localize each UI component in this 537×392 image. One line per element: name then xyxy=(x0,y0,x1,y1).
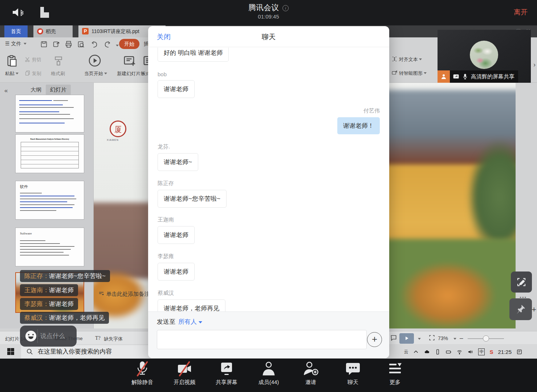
fit-screen-icon[interactable] xyxy=(428,334,435,342)
video-tile-bar: 高清辉的屏幕共享 xyxy=(438,70,518,83)
missing-font-icon: T? xyxy=(95,335,101,341)
mic-mini-icon xyxy=(462,73,468,80)
play-from-page-icon[interactable] xyxy=(88,54,102,68)
tab-home[interactable]: 首页 xyxy=(4,25,28,37)
tab-docer[interactable]: 稻壳 xyxy=(33,25,73,37)
print-icon[interactable] xyxy=(65,40,73,48)
copy-button[interactable]: 复制 xyxy=(25,70,41,77)
windows-start-button[interactable] xyxy=(7,348,14,355)
ime-icon[interactable]: 中 xyxy=(478,348,485,355)
university-seal: 厦 xyxy=(110,121,126,137)
format-painter-button[interactable]: 格式刷 xyxy=(51,70,65,77)
meeting-top-bar: 腾讯会议i 01:09:45 离开 xyxy=(0,0,537,25)
leave-meeting-button[interactable]: 离开 xyxy=(514,8,528,17)
tab-slides[interactable]: 幻灯片 xyxy=(46,85,71,95)
annotation-pencil-button[interactable] xyxy=(511,271,532,293)
chat-title: 聊天 xyxy=(148,32,389,42)
cloud-cn-icon[interactable]: 云 xyxy=(404,349,408,355)
share-screen-button[interactable]: 共享屏幕 xyxy=(208,361,245,386)
send-to-row: 发送至所有人 xyxy=(157,318,202,326)
chat-message: 谢谢老师，老师再见 xyxy=(158,299,380,311)
chat-header: 关闭 聊天 xyxy=(148,26,389,47)
slideshow-caret[interactable] xyxy=(418,338,421,340)
new-slide-button[interactable]: 新建幻灯片 xyxy=(117,70,145,77)
say-something-bubble[interactable]: 说点什么 xyxy=(20,326,77,347)
redo-icon[interactable] xyxy=(104,40,112,48)
chat-message-self: 谢谢老师！ xyxy=(158,117,380,134)
chat-message-list[interactable]: 好的 明白啦 谢谢老师 bob 谢谢老师 付艺伟 谢谢老师！ 龙芬. 谢谢老师~… xyxy=(148,48,389,311)
zoom-level[interactable]: 73% xyxy=(438,335,448,341)
camera-off-icon xyxy=(176,361,193,377)
undo-icon[interactable] xyxy=(90,40,98,48)
collapse-panel-icon[interactable]: « xyxy=(4,87,8,94)
more-icon xyxy=(387,361,403,377)
align-text-button[interactable]: 对齐文本 xyxy=(391,56,422,63)
taskbar-search-placeholder: 在这里输入你要搜索的内容 xyxy=(38,348,112,355)
send-to-selector[interactable]: 所有人 xyxy=(178,318,197,325)
chevron-down-icon xyxy=(24,43,27,45)
chat-sender: 付艺伟 xyxy=(158,107,380,114)
ribbon-tab-start[interactable]: 开始 xyxy=(119,39,139,49)
video-strip-arrow-icon[interactable]: › xyxy=(533,61,536,69)
zoom-in-button[interactable]: + xyxy=(532,305,536,314)
paste-button[interactable]: 粘贴 xyxy=(5,70,19,77)
slide-thumbnail-144[interactable]: Rasch Measurement Analysis Software Dire… xyxy=(15,134,84,173)
preview-icon[interactable] xyxy=(77,40,85,48)
emoji-icon[interactable] xyxy=(25,331,36,342)
slideshow-button[interactable] xyxy=(399,333,414,344)
paste-icon[interactable] xyxy=(6,54,18,68)
photo-flowers-right xyxy=(373,239,516,328)
tray-clock[interactable]: 21:25 xyxy=(498,349,512,355)
tray-expand-icon[interactable] xyxy=(413,349,419,355)
export-icon[interactable] xyxy=(52,40,60,48)
cut-button[interactable]: 剪切 xyxy=(25,57,41,63)
members-button[interactable]: 成员(44) xyxy=(250,361,288,386)
slide-thumbnail-146[interactable]: Software xyxy=(15,228,84,266)
phone-icon[interactable] xyxy=(435,349,441,355)
format-painter-icon[interactable] xyxy=(53,54,64,68)
attach-plus-button[interactable]: + xyxy=(367,332,382,347)
file-menu[interactable]: ☰ 文件 xyxy=(5,41,27,47)
meeting-bottom-bar: 解除静音 开启视频 共享屏幕 成员(44) xyxy=(0,359,537,392)
speaker-icon[interactable] xyxy=(467,349,473,355)
sogou-icon[interactable]: S xyxy=(489,349,493,355)
chat-input[interactable] xyxy=(157,330,367,349)
slide-thumbnail-143[interactable] xyxy=(15,95,84,132)
danmaku-message: 蔡威汉：谢谢老师，老师再见 xyxy=(20,312,109,324)
wifi-icon[interactable] xyxy=(456,349,463,355)
zoom-caret[interactable] xyxy=(453,338,456,340)
pin-toolbar-button[interactable] xyxy=(509,298,532,320)
to-smartart-button[interactable]: 转智能图形 xyxy=(391,70,427,77)
say-something-placeholder: 说点什么 xyxy=(40,332,65,340)
share-label: 高清辉的屏幕共享 xyxy=(450,70,518,83)
chat-button[interactable]: 聊天 xyxy=(334,361,372,386)
chat-message: 谢谢老师 xyxy=(158,226,380,244)
cloud-icon[interactable] xyxy=(424,349,430,355)
comment-icon[interactable] xyxy=(390,334,397,343)
missing-font-warning[interactable]: 缺失字体 xyxy=(104,336,123,342)
start-video-button[interactable]: 开启视频 xyxy=(166,361,203,386)
play-from-page-button[interactable]: 当页开始 xyxy=(84,70,107,77)
zoom-out-button[interactable]: – xyxy=(460,335,463,342)
unmute-button[interactable]: 解除静音 xyxy=(123,361,161,386)
slide-thumbnail-145[interactable]: 软件 xyxy=(15,181,84,220)
screen: 首页 稻壳 P1103IRT讲座定稿.ppt ☰ 文件 开始 插入 粘贴 剪切 … xyxy=(0,0,537,392)
chat-bubble-icon xyxy=(345,361,361,377)
mic-muted-icon xyxy=(134,361,151,377)
invite-button[interactable]: 邀请 xyxy=(292,361,330,386)
save-icon[interactable] xyxy=(40,40,48,48)
tab-outline[interactable]: 大纲 xyxy=(30,86,41,93)
danmaku-message: 王迦南：谢谢老师 xyxy=(20,284,78,296)
info-icon[interactable]: i xyxy=(282,5,289,11)
battery-icon[interactable] xyxy=(446,349,452,355)
zoom-slider-knob[interactable] xyxy=(483,335,489,342)
taskbar-search-input[interactable]: 在这里输入你要搜索的内容 xyxy=(21,345,166,358)
screen-share-video-tile[interactable]: 高清辉的屏幕共享 xyxy=(438,30,531,83)
new-slide-icon[interactable] xyxy=(123,54,137,68)
more-button[interactable]: 更多 xyxy=(376,361,414,386)
chat-sender: 陈正存 xyxy=(158,180,380,187)
chat-message: 谢谢老师~您辛苦啦~ xyxy=(158,190,380,208)
notification-center-icon[interactable] xyxy=(516,349,522,355)
chat-sender: 王迦南 xyxy=(158,216,380,223)
thumb-146-title: Software xyxy=(20,232,32,235)
